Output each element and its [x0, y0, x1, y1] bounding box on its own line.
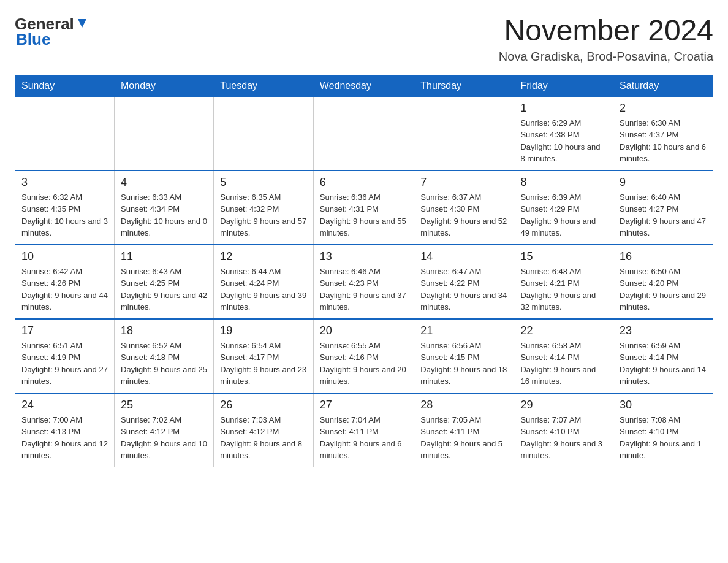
- table-row: 2Sunrise: 6:30 AM Sunset: 4:37 PM Daylig…: [613, 96, 713, 170]
- table-row: 8Sunrise: 6:39 AM Sunset: 4:29 PM Daylig…: [514, 170, 613, 245]
- title-block: November 2024 Nova Gradiska, Brod-Posavi…: [499, 15, 713, 64]
- day-info: Sunrise: 6:50 AM Sunset: 4:20 PM Dayligh…: [620, 266, 707, 313]
- header-friday: Friday: [514, 75, 613, 96]
- day-info: Sunrise: 6:55 AM Sunset: 4:16 PM Dayligh…: [320, 340, 408, 388]
- day-number: 6: [320, 176, 408, 189]
- table-row: 13Sunrise: 6:46 AM Sunset: 4:23 PM Dayli…: [313, 245, 414, 319]
- table-row: 10Sunrise: 6:42 AM Sunset: 4:26 PM Dayli…: [15, 245, 115, 319]
- header-monday: Monday: [115, 75, 214, 96]
- calendar-week-row: 17Sunrise: 6:51 AM Sunset: 4:19 PM Dayli…: [15, 319, 713, 393]
- day-info: Sunrise: 6:39 AM Sunset: 4:29 PM Dayligh…: [520, 191, 607, 239]
- day-info: Sunrise: 6:59 AM Sunset: 4:14 PM Dayligh…: [620, 340, 707, 388]
- day-number: 23: [620, 324, 707, 337]
- table-row: 14Sunrise: 6:47 AM Sunset: 4:22 PM Dayli…: [414, 245, 514, 319]
- logo-triangle-icon: [75, 17, 89, 30]
- table-row: 30Sunrise: 7:08 AM Sunset: 4:10 PM Dayli…: [613, 393, 713, 467]
- table-row: 20Sunrise: 6:55 AM Sunset: 4:16 PM Dayli…: [313, 319, 414, 393]
- day-info: Sunrise: 6:29 AM Sunset: 4:38 PM Dayligh…: [520, 117, 607, 165]
- table-row: 9Sunrise: 6:40 AM Sunset: 4:27 PM Daylig…: [613, 170, 713, 245]
- calendar-header-row: Sunday Monday Tuesday Wednesday Thursday…: [15, 75, 713, 96]
- table-row: 1Sunrise: 6:29 AM Sunset: 4:38 PM Daylig…: [514, 96, 613, 170]
- day-info: Sunrise: 6:43 AM Sunset: 4:25 PM Dayligh…: [121, 266, 207, 313]
- table-row: 27Sunrise: 7:04 AM Sunset: 4:11 PM Dayli…: [313, 393, 414, 467]
- header-sunday: Sunday: [15, 75, 115, 96]
- table-row: [313, 96, 414, 170]
- day-number: 10: [21, 250, 108, 263]
- calendar-table: Sunday Monday Tuesday Wednesday Thursday…: [15, 75, 713, 467]
- day-info: Sunrise: 7:08 AM Sunset: 4:10 PM Dayligh…: [620, 414, 707, 462]
- day-number: 5: [220, 176, 307, 189]
- day-info: Sunrise: 6:54 AM Sunset: 4:17 PM Dayligh…: [220, 340, 307, 388]
- table-row: 18Sunrise: 6:52 AM Sunset: 4:18 PM Dayli…: [115, 319, 214, 393]
- day-number: 25: [121, 399, 207, 412]
- table-row: [115, 96, 214, 170]
- day-number: 16: [620, 250, 707, 263]
- day-info: Sunrise: 6:58 AM Sunset: 4:14 PM Dayligh…: [520, 340, 607, 388]
- table-row: 3Sunrise: 6:32 AM Sunset: 4:35 PM Daylig…: [15, 170, 115, 245]
- table-row: 17Sunrise: 6:51 AM Sunset: 4:19 PM Dayli…: [15, 319, 115, 393]
- table-row: 21Sunrise: 6:56 AM Sunset: 4:15 PM Dayli…: [414, 319, 514, 393]
- table-row: 16Sunrise: 6:50 AM Sunset: 4:20 PM Dayli…: [613, 245, 713, 319]
- header-saturday: Saturday: [613, 75, 713, 96]
- day-number: 26: [220, 399, 307, 412]
- table-row: 28Sunrise: 7:05 AM Sunset: 4:11 PM Dayli…: [414, 393, 514, 467]
- day-number: 27: [320, 399, 408, 412]
- header-thursday: Thursday: [414, 75, 514, 96]
- day-info: Sunrise: 6:32 AM Sunset: 4:35 PM Dayligh…: [21, 191, 108, 239]
- day-number: 11: [121, 250, 207, 263]
- day-number: 13: [320, 250, 408, 263]
- day-info: Sunrise: 6:51 AM Sunset: 4:19 PM Dayligh…: [21, 340, 108, 388]
- calendar-week-row: 24Sunrise: 7:00 AM Sunset: 4:13 PM Dayli…: [15, 393, 713, 467]
- day-info: Sunrise: 7:07 AM Sunset: 4:10 PM Dayligh…: [520, 414, 607, 462]
- table-row: 19Sunrise: 6:54 AM Sunset: 4:17 PM Dayli…: [214, 319, 314, 393]
- day-number: 2: [620, 102, 707, 115]
- day-number: 9: [620, 176, 707, 189]
- day-info: Sunrise: 6:46 AM Sunset: 4:23 PM Dayligh…: [320, 266, 408, 313]
- day-info: Sunrise: 6:47 AM Sunset: 4:22 PM Dayligh…: [420, 266, 507, 313]
- logo: General Blue: [15, 15, 89, 49]
- day-number: 24: [21, 399, 108, 412]
- table-row: 15Sunrise: 6:48 AM Sunset: 4:21 PM Dayli…: [514, 245, 613, 319]
- day-number: 19: [220, 324, 307, 337]
- day-number: 15: [520, 250, 607, 263]
- day-number: 30: [620, 399, 707, 412]
- location: Nova Gradiska, Brod-Posavina, Croatia: [499, 50, 713, 64]
- day-info: Sunrise: 7:02 AM Sunset: 4:12 PM Dayligh…: [121, 414, 207, 462]
- day-info: Sunrise: 6:30 AM Sunset: 4:37 PM Dayligh…: [620, 117, 707, 165]
- calendar-week-row: 3Sunrise: 6:32 AM Sunset: 4:35 PM Daylig…: [15, 170, 713, 245]
- day-info: Sunrise: 6:44 AM Sunset: 4:24 PM Dayligh…: [220, 266, 307, 313]
- table-row: 5Sunrise: 6:35 AM Sunset: 4:32 PM Daylig…: [214, 170, 314, 245]
- day-info: Sunrise: 6:48 AM Sunset: 4:21 PM Dayligh…: [520, 266, 607, 313]
- table-row: 23Sunrise: 6:59 AM Sunset: 4:14 PM Dayli…: [613, 319, 713, 393]
- day-info: Sunrise: 6:35 AM Sunset: 4:32 PM Dayligh…: [220, 191, 307, 239]
- table-row: 22Sunrise: 6:58 AM Sunset: 4:14 PM Dayli…: [514, 319, 613, 393]
- table-row: 26Sunrise: 7:03 AM Sunset: 4:12 PM Dayli…: [214, 393, 314, 467]
- day-info: Sunrise: 6:37 AM Sunset: 4:30 PM Dayligh…: [420, 191, 507, 239]
- day-number: 1: [520, 102, 607, 115]
- table-row: 29Sunrise: 7:07 AM Sunset: 4:10 PM Dayli…: [514, 393, 613, 467]
- page-header: General Blue November 2024 Nova Gradiska…: [15, 15, 713, 64]
- day-info: Sunrise: 7:00 AM Sunset: 4:13 PM Dayligh…: [21, 414, 108, 462]
- day-number: 8: [520, 176, 607, 189]
- table-row: [214, 96, 314, 170]
- table-row: 24Sunrise: 7:00 AM Sunset: 4:13 PM Dayli…: [15, 393, 115, 467]
- table-row: [414, 96, 514, 170]
- table-row: 4Sunrise: 6:33 AM Sunset: 4:34 PM Daylig…: [115, 170, 214, 245]
- day-number: 28: [420, 399, 507, 412]
- day-info: Sunrise: 6:52 AM Sunset: 4:18 PM Dayligh…: [121, 340, 207, 388]
- day-number: 29: [520, 399, 607, 412]
- table-row: 12Sunrise: 6:44 AM Sunset: 4:24 PM Dayli…: [214, 245, 314, 319]
- table-row: [15, 96, 115, 170]
- logo-blue: Blue: [16, 30, 50, 49]
- day-number: 22: [520, 324, 607, 337]
- table-row: 25Sunrise: 7:02 AM Sunset: 4:12 PM Dayli…: [115, 393, 214, 467]
- day-number: 4: [121, 176, 207, 189]
- day-number: 14: [420, 250, 507, 263]
- day-number: 18: [121, 324, 207, 337]
- day-info: Sunrise: 6:56 AM Sunset: 4:15 PM Dayligh…: [420, 340, 507, 388]
- calendar-week-row: 1Sunrise: 6:29 AM Sunset: 4:38 PM Daylig…: [15, 96, 713, 170]
- month-title: November 2024: [499, 15, 713, 47]
- day-info: Sunrise: 6:33 AM Sunset: 4:34 PM Dayligh…: [121, 191, 207, 239]
- day-info: Sunrise: 7:04 AM Sunset: 4:11 PM Dayligh…: [320, 414, 408, 462]
- day-info: Sunrise: 6:36 AM Sunset: 4:31 PM Dayligh…: [320, 191, 408, 239]
